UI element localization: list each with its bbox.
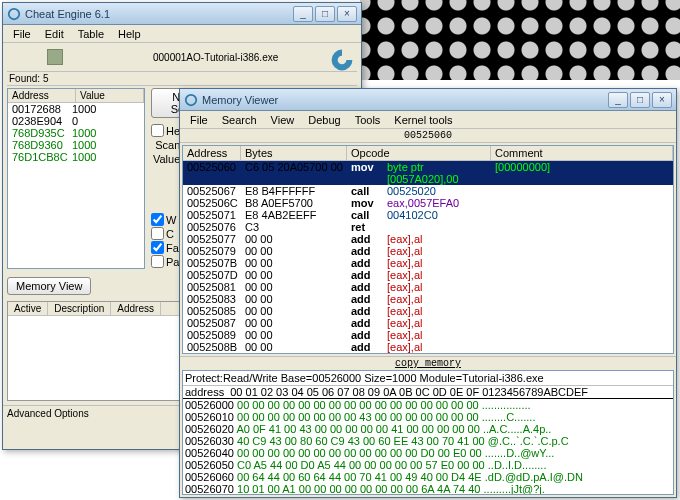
- found-count: Found: 5: [7, 72, 357, 86]
- mv-menu-view[interactable]: View: [265, 113, 301, 127]
- process-picker-icon[interactable]: [47, 49, 63, 65]
- col-active[interactable]: Active: [8, 302, 48, 315]
- main-titlebar[interactable]: Cheat Engine 6.1 _ □ ×: [3, 3, 361, 25]
- copy-memory-link[interactable]: copy memory: [180, 356, 676, 370]
- menu-table[interactable]: Table: [72, 27, 110, 41]
- mv-minimize-button[interactable]: _: [608, 92, 628, 108]
- disassembly-row[interactable]: 0052508300 00add[eax],al: [183, 293, 673, 305]
- hex-checkbox[interactable]: [151, 124, 164, 137]
- disassembly-row[interactable]: 0052507700 00add[eax],al: [183, 233, 673, 245]
- hex-header: address 00 01 02 03 04 05 06 07 08 09 0A…: [183, 386, 673, 399]
- hex-row[interactable]: 00526040 00 00 00 00 00 00 00 00 00 00 0…: [183, 447, 673, 459]
- mv-close-button[interactable]: ×: [652, 92, 672, 108]
- col-description[interactable]: Description: [48, 302, 111, 315]
- mv-menu-kernel[interactable]: Kernel tools: [388, 113, 458, 127]
- disassembly-row[interactable]: 0052507900 00add[eax],al: [183, 245, 673, 257]
- disassembler-panel[interactable]: Address Bytes Opcode Comment 00525060C6 …: [182, 145, 674, 354]
- w-checkbox[interactable]: [151, 213, 164, 226]
- app-icon: [7, 7, 21, 21]
- dis-col-comment[interactable]: Comment: [491, 146, 673, 160]
- col-address[interactable]: Address: [8, 89, 76, 102]
- mv-menu-debug[interactable]: Debug: [302, 113, 346, 127]
- desktop-pattern: [360, 0, 680, 80]
- minimize-button[interactable]: _: [293, 6, 313, 22]
- svg-point-0: [9, 8, 20, 19]
- disassembly-row[interactable]: 00525060C6 05 20A05700 00movbyte ptr [00…: [183, 161, 673, 185]
- address-row[interactable]: 768D935C1000: [8, 127, 144, 139]
- disassembly-row[interactable]: 00525067E8 B4FFFFFFcall00525020: [183, 185, 673, 197]
- hex-row[interactable]: 00526070 10 01 00 A1 00 00 00 00 00 00 0…: [183, 483, 673, 495]
- address-row[interactable]: 001726881000: [8, 103, 144, 115]
- disassembly-row[interactable]: 0052506CB8 A0EF5700moveax,0057EFA0: [183, 197, 673, 209]
- ce-logo: [329, 47, 355, 73]
- process-name: 000001AO-Tutorial-i386.exe: [153, 52, 278, 63]
- close-button[interactable]: ×: [337, 6, 357, 22]
- svg-point-1: [186, 94, 197, 105]
- disassembly-row[interactable]: 0052507D00 00add[eax],al: [183, 269, 673, 281]
- mv-menu-tools[interactable]: Tools: [349, 113, 387, 127]
- disassembly-row[interactable]: 0052508100 00add[eax],al: [183, 281, 673, 293]
- hex-region-info: Protect:Read/Write Base=00526000 Size=10…: [183, 371, 673, 386]
- disassembly-row[interactable]: 00525071E8 4AB2EEFFcall004102C0: [183, 209, 673, 221]
- menu-file[interactable]: File: [7, 27, 37, 41]
- dis-col-address[interactable]: Address: [183, 146, 241, 160]
- hex-row[interactable]: 00526000 00 00 00 00 00 00 00 00 00 00 0…: [183, 399, 673, 411]
- mv-menubar: File Search View Debug Tools Kernel tool…: [180, 111, 676, 129]
- pa-checkbox[interactable]: [151, 255, 164, 268]
- mv-title: Memory Viewer: [202, 94, 608, 106]
- address-row[interactable]: 768D93601000: [8, 139, 144, 151]
- mv-maximize-button[interactable]: □: [630, 92, 650, 108]
- mv-current-address: 00525060: [180, 129, 676, 143]
- hex-row[interactable]: 00526020 A0 0F 41 00 43 00 00 00 00 00 4…: [183, 423, 673, 435]
- hex-panel[interactable]: Protect:Read/Write Base=00526000 Size=10…: [182, 370, 674, 495]
- c-checkbox[interactable]: [151, 227, 164, 240]
- disassembly-row[interactable]: 0052508700 00add[eax],al: [183, 317, 673, 329]
- address-list[interactable]: Address Value 0017268810000238E9040768D9…: [7, 88, 145, 269]
- main-title: Cheat Engine 6.1: [25, 8, 293, 20]
- fa-checkbox[interactable]: [151, 241, 164, 254]
- disassembly-row[interactable]: 00525076C3ret: [183, 221, 673, 233]
- mv-menu-file[interactable]: File: [184, 113, 214, 127]
- disassembly-row[interactable]: 0052508500 00add[eax],al: [183, 305, 673, 317]
- hex-row[interactable]: 00526060 00 64 44 00 60 64 44 00 70 41 0…: [183, 471, 673, 483]
- disassembly-row[interactable]: 0052507B00 00add[eax],al: [183, 257, 673, 269]
- address-row[interactable]: 76D1CB8C1000: [8, 151, 144, 163]
- dis-col-bytes[interactable]: Bytes: [241, 146, 347, 160]
- col-address2[interactable]: Address: [111, 302, 161, 315]
- hex-row[interactable]: 00526010 00 00 00 00 00 00 00 00 43 00 0…: [183, 411, 673, 423]
- menu-help[interactable]: Help: [112, 27, 147, 41]
- hex-row[interactable]: 00526050 C0 A5 44 00 D0 A5 44 00 00 00 0…: [183, 459, 673, 471]
- memory-viewer-window: Memory Viewer _ □ × File Search View Deb…: [179, 88, 677, 498]
- main-menubar: File Edit Table Help: [3, 25, 361, 43]
- memory-view-button[interactable]: Memory View: [7, 277, 91, 295]
- mv-menu-search[interactable]: Search: [216, 113, 263, 127]
- hex-row[interactable]: 00526030 40 C9 43 00 80 60 C9 43 00 60 E…: [183, 435, 673, 447]
- disassembly-row[interactable]: 0052508900 00add[eax],al: [183, 329, 673, 341]
- maximize-button[interactable]: □: [315, 6, 335, 22]
- menu-edit[interactable]: Edit: [39, 27, 70, 41]
- disassembly-row[interactable]: 0052508B00 00add[eax],al: [183, 341, 673, 353]
- col-value[interactable]: Value: [76, 89, 144, 102]
- mv-app-icon: [184, 93, 198, 107]
- mv-titlebar[interactable]: Memory Viewer _ □ ×: [180, 89, 676, 111]
- dis-col-opcode[interactable]: Opcode: [347, 146, 491, 160]
- address-row[interactable]: 0238E9040: [8, 115, 144, 127]
